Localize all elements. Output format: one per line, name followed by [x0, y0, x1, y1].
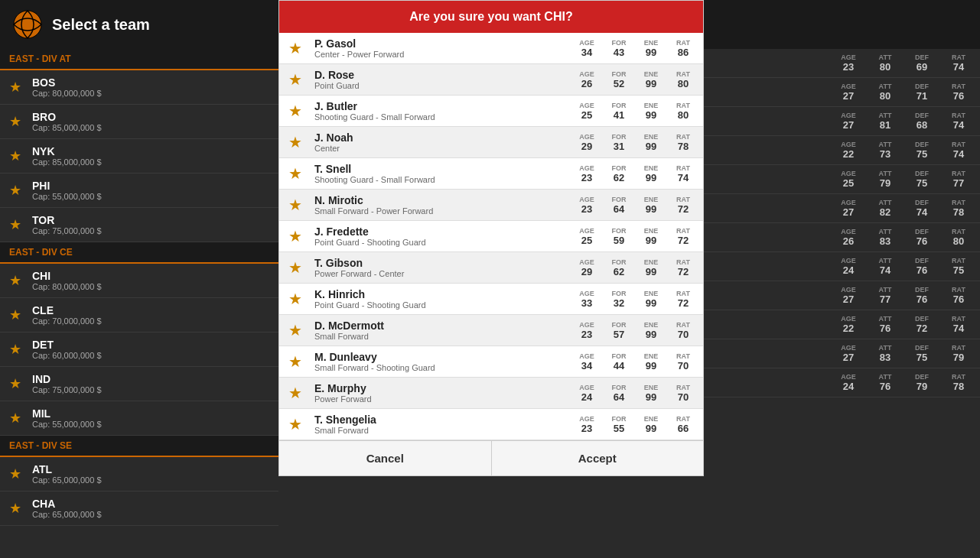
- for-col: FOR 64: [608, 196, 630, 215]
- age-col: AGE 23: [576, 415, 597, 434]
- def-stat: DEF 72: [910, 315, 934, 334]
- ene-col: ENE 99: [640, 70, 662, 89]
- att-stat: ATT 80: [873, 83, 897, 102]
- age-col: AGE 23: [576, 321, 597, 340]
- player-name: D. McDermott: [314, 320, 576, 332]
- team-info: CHA Cap: 65,000,000 $: [32, 498, 102, 519]
- age-col: AGE 23: [576, 164, 597, 183]
- def-stat: DEF 75: [910, 170, 934, 189]
- team-item[interactable]: ★ CHI Cap: 80,000,000 $: [0, 264, 278, 298]
- star-icon: ★: [9, 148, 24, 164]
- team-item[interactable]: ★ CLE Cap: 70,000,000 $: [0, 298, 278, 333]
- ene-col: ENE 99: [640, 133, 662, 152]
- team-item[interactable]: ★ CHA Cap: 65,000,000 $: [0, 491, 278, 526]
- for-col: FOR 62: [608, 164, 630, 183]
- player-stats: AGE 25 FOR 41 ENE 99 RAT 80: [576, 102, 694, 121]
- team-info: PHI Cap: 55,000,000 $: [32, 180, 102, 201]
- stat-row: AGE 22 ATT 76 DEF 72 RAT 74: [704, 310, 980, 339]
- age-stat: AGE 27: [836, 286, 861, 305]
- accept-button[interactable]: Accept: [492, 441, 704, 475]
- age-stat: AGE 27: [836, 344, 861, 363]
- for-col: FOR 59: [608, 227, 630, 246]
- att-stat: ATT 83: [873, 344, 897, 363]
- star-icon: ★: [9, 341, 24, 358]
- cancel-button[interactable]: Cancel: [279, 441, 492, 475]
- ene-col: ENE 99: [640, 227, 662, 246]
- rat-col: RAT 72: [672, 227, 694, 246]
- player-info: T. Snell Shooting Guard - Small Forward: [314, 163, 576, 184]
- for-col: FOR 32: [608, 290, 630, 309]
- star-icon: ★: [9, 410, 24, 427]
- team-name: CHI: [32, 270, 102, 282]
- player-star-icon: ★: [288, 258, 307, 277]
- player-row: ★ T. Snell Shooting Guard - Small Forwar…: [279, 158, 703, 190]
- svg-point-0: [14, 11, 41, 38]
- def-stat: DEF 68: [910, 112, 934, 131]
- sidebar: EAST - DIV AT ★ BOS Cap: 80,000,000 $ ★ …: [0, 49, 278, 558]
- team-item[interactable]: ★ TOR Cap: 75,000,000 $: [0, 208, 278, 242]
- star-icon: ★: [9, 113, 24, 130]
- player-position: Small Forward - Shooting Guard: [314, 363, 576, 372]
- team-name: NYK: [32, 145, 102, 157]
- player-stats: AGE 23 FOR 64 ENE 99 RAT 72: [576, 196, 694, 215]
- star-icon: ★: [9, 182, 24, 199]
- team-info: CLE Cap: 70,000,000 $: [32, 304, 102, 326]
- team-item[interactable]: ★ PHI Cap: 55,000,000 $: [0, 174, 278, 208]
- team-item[interactable]: ★ BOS Cap: 80,000,000 $: [0, 70, 278, 105]
- for-col: FOR 43: [608, 39, 630, 58]
- player-position: Shooting Guard - Small Forward: [314, 112, 576, 122]
- ene-col: ENE 99: [640, 415, 662, 434]
- ene-col: ENE 99: [640, 102, 662, 121]
- age-col: AGE 24: [576, 384, 597, 403]
- team-info: CHI Cap: 80,000,000 $: [32, 270, 102, 291]
- team-name: IND: [32, 373, 102, 385]
- player-star-icon: ★: [288, 352, 307, 371]
- team-name: BRO: [32, 111, 102, 123]
- star-icon: ★: [9, 500, 24, 517]
- rat-stat: RAT 74: [946, 141, 971, 160]
- rat-stat: RAT 74: [946, 54, 971, 73]
- player-info: J. Noah Center: [314, 131, 576, 153]
- player-info: J. Butler Shooting Guard - Small Forward: [314, 100, 576, 122]
- player-stats: AGE 29 FOR 62 ENE 99 RAT 72: [576, 258, 694, 277]
- team-item[interactable]: ★ ATL Cap: 65,000,000 $: [0, 457, 278, 491]
- stat-row: AGE 24 ATT 74 DEF 76 RAT 75: [704, 252, 980, 281]
- player-stats: AGE 34 FOR 43 ENE 99 RAT 86: [576, 39, 694, 58]
- ene-col: ENE 99: [640, 321, 662, 340]
- player-row: ★ D. Rose Point Guard AGE 26 FOR 52 ENE …: [279, 64, 703, 96]
- rat-stat: RAT 77: [946, 170, 971, 189]
- player-name: T. Snell: [314, 163, 576, 175]
- age-col: AGE 25: [576, 102, 597, 121]
- ene-col: ENE 99: [640, 39, 662, 58]
- team-item[interactable]: ★ MIL Cap: 55,000,000 $: [0, 401, 278, 436]
- modal-header: Are you sure you want CHI?: [279, 1, 703, 33]
- team-item[interactable]: ★ NYK Cap: 85,000,000 $: [0, 139, 278, 174]
- team-info: NYK Cap: 85,000,000 $: [32, 145, 102, 167]
- player-position: Small Forward - Power Forward: [314, 206, 576, 216]
- team-item[interactable]: ★ IND Cap: 75,000,000 $: [0, 367, 278, 401]
- player-star-icon: ★: [288, 164, 307, 183]
- att-stat: ATT 76: [873, 315, 897, 334]
- age-stat: AGE 27: [836, 83, 861, 102]
- player-name: J. Butler: [314, 100, 576, 112]
- player-row: ★ M. Dunleavy Small Forward - Shooting G…: [279, 346, 703, 378]
- player-position: Center: [314, 144, 576, 153]
- rat-col: RAT 72: [672, 290, 694, 309]
- star-icon: ★: [9, 375, 24, 392]
- player-name: D. Rose: [314, 69, 576, 81]
- player-star-icon: ★: [288, 39, 307, 57]
- player-position: Point Guard - Shooting Guard: [314, 238, 576, 247]
- def-stat: DEF 79: [910, 373, 934, 392]
- rat-stat: RAT 79: [946, 344, 971, 363]
- team-item[interactable]: ★ BRO Cap: 85,000,000 $: [0, 105, 278, 139]
- rat-stat: RAT 74: [946, 112, 971, 131]
- def-stat: DEF 75: [910, 141, 934, 160]
- division-header: EAST - DIV SE: [0, 436, 278, 457]
- team-item[interactable]: ★ DET Cap: 60,000,000 $: [0, 333, 278, 367]
- ene-col: ENE 99: [640, 352, 662, 371]
- rat-stat: RAT 80: [946, 228, 971, 247]
- team-cap: Cap: 80,000,000 $: [32, 89, 102, 98]
- rat-col: RAT 80: [672, 102, 694, 121]
- for-col: FOR 31: [608, 133, 630, 152]
- player-row: ★ J. Butler Shooting Guard - Small Forwa…: [279, 96, 703, 127]
